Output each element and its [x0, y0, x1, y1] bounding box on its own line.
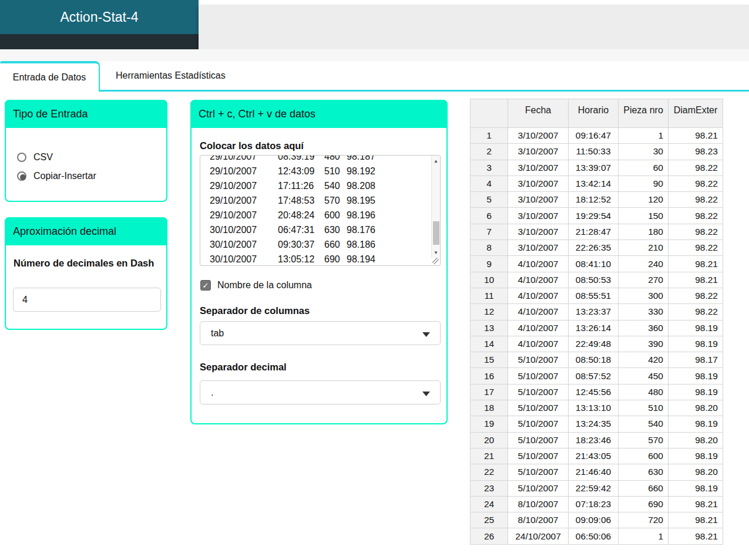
table-cell[interactable]: 330: [619, 304, 669, 320]
table-cell[interactable]: 06:50:06: [569, 528, 619, 544]
tab-data-entry[interactable]: Entrada de Datos: [0, 61, 100, 92]
decimals-input[interactable]: 4: [13, 288, 161, 312]
table-cell[interactable]: 4/10/2007: [508, 272, 569, 288]
table-cell[interactable]: 8/10/2007: [508, 512, 569, 528]
table-cell[interactable]: 4/10/2007: [508, 304, 569, 320]
table-cell[interactable]: 98.20: [669, 432, 723, 448]
table-cell[interactable]: 690: [619, 496, 669, 512]
table-cell[interactable]: 98.22: [669, 304, 723, 320]
table-cell[interactable]: 98.23: [669, 144, 723, 160]
table-cell[interactable]: 98.17: [669, 352, 723, 368]
table-cell[interactable]: 98.22: [669, 224, 723, 239]
table-cell[interactable]: 22:26:35: [569, 240, 619, 256]
table-cell[interactable]: 5/10/2007: [508, 384, 569, 400]
table-cell[interactable]: 98.21: [669, 528, 723, 544]
table-cell[interactable]: 98.20: [669, 464, 723, 480]
table-cell[interactable]: 98.22: [669, 192, 723, 208]
scroll-down-icon[interactable]: ▼: [432, 248, 440, 257]
table-cell[interactable]: 30: [619, 144, 669, 160]
table-cell[interactable]: 120: [619, 192, 669, 208]
table-cell[interactable]: 390: [619, 336, 669, 352]
table-cell[interactable]: 98.19: [669, 448, 723, 464]
table-cell[interactable]: 360: [619, 320, 669, 336]
table-cell[interactable]: 98.22: [669, 240, 723, 256]
tab-stats-tools[interactable]: Herramientas Estadísticas: [100, 61, 749, 92]
table-cell[interactable]: 98.21: [669, 256, 723, 272]
table-cell[interactable]: 18:12:52: [569, 192, 619, 208]
table-cell[interactable]: 13:39:07: [569, 160, 619, 176]
table-cell[interactable]: 11:50:33: [569, 144, 619, 160]
table-cell[interactable]: 450: [619, 368, 669, 384]
table-cell[interactable]: 08:50:53: [569, 272, 619, 288]
table-cell[interactable]: 13:42:14: [569, 176, 619, 191]
table-cell[interactable]: 98.21: [669, 512, 723, 528]
table-cell[interactable]: 21:46:40: [569, 464, 619, 480]
table-cell[interactable]: 98.21: [669, 128, 723, 144]
table-cell[interactable]: 22:49:48: [569, 336, 619, 352]
table-cell[interactable]: 240: [619, 256, 669, 272]
table-cell[interactable]: 720: [619, 512, 669, 528]
table-cell[interactable]: 5/10/2007: [508, 432, 569, 448]
table-cell[interactable]: 60: [619, 160, 669, 176]
table-cell[interactable]: 98.22: [669, 208, 723, 224]
scroll-up-icon[interactable]: ▲: [432, 157, 440, 165]
table-cell[interactable]: 90: [619, 176, 669, 191]
table-cell[interactable]: 3/10/2007: [508, 144, 569, 160]
resize-handle-icon[interactable]: [432, 258, 439, 264]
table-cell[interactable]: 22:59:42: [569, 480, 619, 496]
table-cell[interactable]: 3/10/2007: [508, 176, 569, 191]
table-cell[interactable]: 480: [619, 384, 669, 400]
table-cell[interactable]: 5/10/2007: [508, 400, 569, 416]
table-cell[interactable]: 98.19: [669, 384, 723, 400]
table-cell[interactable]: 630: [619, 464, 669, 480]
table-cell[interactable]: 13:23:37: [569, 304, 619, 320]
table-cell[interactable]: 98.19: [669, 480, 723, 496]
table-cell[interactable]: 18:23:46: [569, 432, 619, 448]
table-cell[interactable]: 13:13:10: [569, 400, 619, 416]
table-cell[interactable]: 4/10/2007: [508, 320, 569, 336]
decimal-separator-dropdown[interactable]: .: [200, 380, 441, 404]
radio-icon[interactable]: [17, 171, 26, 181]
table-cell[interactable]: 98.19: [669, 368, 723, 384]
table-cell[interactable]: 98.20: [669, 400, 723, 416]
table-cell[interactable]: 8/10/2007: [508, 496, 569, 512]
table-cell[interactable]: 1: [619, 128, 669, 144]
table-cell[interactable]: 08:55:51: [569, 288, 619, 303]
table-cell[interactable]: 98.19: [669, 336, 723, 352]
table-cell[interactable]: 660: [619, 480, 669, 496]
table-cell[interactable]: 4/10/2007: [508, 336, 569, 352]
column-name-checkbox-row[interactable]: ✓ Nombre de la columna: [200, 279, 312, 291]
checkbox-icon[interactable]: ✓: [200, 280, 211, 291]
scrollbar-thumb[interactable]: [433, 221, 439, 245]
table-cell[interactable]: 270: [619, 272, 669, 288]
table-cell[interactable]: 24/10/2007: [508, 528, 569, 544]
table-cell[interactable]: 3/10/2007: [508, 224, 569, 239]
table-cell[interactable]: 420: [619, 352, 669, 368]
radio-csv[interactable]: CSV: [17, 151, 53, 163]
table-cell[interactable]: 09:16:47: [569, 128, 619, 144]
scrollbar[interactable]: ▲ ▼: [431, 156, 440, 258]
table-cell[interactable]: 13:26:14: [569, 320, 619, 336]
table-cell[interactable]: 510: [619, 400, 669, 416]
table-cell[interactable]: 3/10/2007: [508, 208, 569, 224]
table-cell[interactable]: 98.19: [669, 320, 723, 336]
table-cell[interactable]: 98.22: [669, 160, 723, 176]
table-cell[interactable]: 09:09:06: [569, 512, 619, 528]
table-cell[interactable]: 210: [619, 240, 669, 256]
table-cell[interactable]: 08:41:10: [569, 256, 619, 272]
paste-textarea[interactable]: 29/10/200708:39:1948098.18729/10/200712:…: [200, 155, 441, 266]
table-cell[interactable]: 300: [619, 288, 669, 303]
column-separator-dropdown[interactable]: tab: [200, 321, 441, 345]
table-cell[interactable]: 3/10/2007: [508, 192, 569, 208]
table-cell[interactable]: 08:57:52: [569, 368, 619, 384]
table-cell[interactable]: 13:24:35: [569, 416, 619, 432]
table-cell[interactable]: 5/10/2007: [508, 352, 569, 368]
radio-copiar-insertar[interactable]: Copiar-Insertar: [17, 170, 96, 182]
table-cell[interactable]: 3/10/2007: [508, 128, 569, 144]
table-cell[interactable]: 07:18:23: [569, 496, 619, 512]
table-cell[interactable]: 180: [619, 224, 669, 239]
table-cell[interactable]: 19:29:54: [569, 208, 619, 224]
table-cell[interactable]: 98.19: [669, 416, 723, 432]
table-cell[interactable]: 08:50:18: [569, 352, 619, 368]
table-cell[interactable]: 600: [619, 448, 669, 464]
